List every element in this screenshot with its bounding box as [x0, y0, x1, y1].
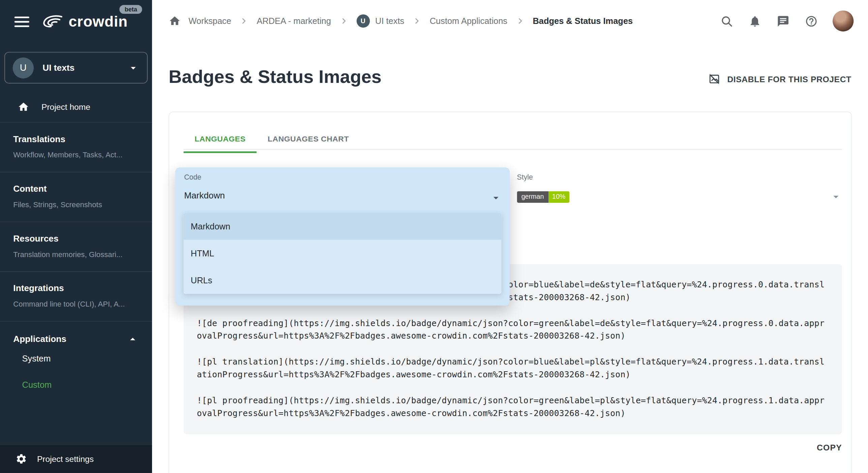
style-select[interactable]: german 10%	[517, 188, 842, 206]
sidebar-item-applications[interactable]: Applications	[13, 333, 139, 345]
code-line: ![pl translation](https://img.shields.io…	[197, 356, 829, 381]
breadcrumb-project-avatar: U	[356, 14, 369, 28]
code-select-menu: Markdown HTML URLs	[184, 213, 502, 294]
code-line: ![pl proofreading](https://img.shields.i…	[197, 395, 829, 420]
hamburger-menu-icon[interactable]	[14, 16, 29, 27]
breadcrumb-item-current: Badges & Status Images	[533, 16, 633, 26]
menu-option-markdown[interactable]: Markdown	[184, 213, 502, 240]
status-badge-preview: german 10%	[517, 191, 569, 202]
breadcrumb-label: UI texts	[375, 16, 404, 26]
chevron-down-icon	[830, 191, 842, 203]
menu-option-urls[interactable]: URLs	[184, 267, 502, 294]
page-title: Badges & Status Images	[169, 66, 382, 87]
section-subtitle: Command line tool (CLI), API, A...	[13, 300, 139, 309]
topbar: Workspace ARDEA - marketing U UI texts C…	[152, 0, 868, 42]
home-icon	[18, 101, 29, 112]
style-select-label: Style	[517, 173, 533, 181]
sidebar-item-custom[interactable]: Custom	[13, 372, 139, 399]
disable-for-project-button[interactable]: DISABLE FOR THIS PROJECT	[709, 73, 851, 85]
sidebar-item-system[interactable]: System	[13, 345, 139, 372]
badge-label-segment: german	[517, 191, 548, 202]
breadcrumb-home-icon[interactable]	[169, 15, 181, 27]
section-title: Applications	[13, 334, 66, 344]
sidebar-item-project-settings[interactable]: Project settings	[0, 444, 152, 473]
messages-chat-icon[interactable]	[776, 14, 789, 28]
chevron-right-icon	[239, 16, 249, 26]
beta-badge: beta	[120, 5, 142, 14]
crowdin-logo[interactable]: crowdin	[40, 13, 128, 30]
search-icon[interactable]	[720, 14, 733, 28]
crowdin-logo-icon	[40, 14, 64, 29]
code-line: ![de proofreading](https://img.shields.i…	[197, 317, 829, 342]
section-title: Content	[13, 184, 139, 194]
help-icon[interactable]	[804, 14, 817, 28]
sidebar: crowdin beta U UI texts Project home Tra…	[0, 0, 152, 473]
project-name: UI texts	[42, 63, 127, 73]
project-switcher[interactable]: U UI texts	[4, 52, 148, 83]
chevron-up-icon	[127, 333, 139, 345]
crowdin-wordmark: crowdin	[68, 13, 128, 30]
sidebar-group-applications: Applications System Custom	[0, 321, 152, 403]
project-avatar: U	[13, 57, 34, 78]
tabs-divider	[184, 149, 842, 150]
gear-icon	[16, 453, 27, 465]
section-title: Translations	[13, 134, 139, 145]
app-viewport: crowdin beta U UI texts Project home Tra…	[0, 0, 868, 473]
section-subtitle: Workflow, Members, Tasks, Act...	[13, 151, 139, 159]
notifications-bell-icon[interactable]	[748, 14, 761, 28]
sidebar-header: crowdin beta	[0, 0, 152, 43]
breadcrumb: Workspace ARDEA - marketing U UI texts C…	[169, 14, 720, 28]
code-format-select-open[interactable]: Code Markdown Markdown HTML URLs	[175, 167, 510, 306]
image-off-icon	[709, 73, 721, 85]
breadcrumb-item-custom-applications[interactable]: Custom Applications	[430, 16, 507, 26]
section-subtitle: Translation memories, Glossari...	[13, 250, 139, 259]
breadcrumb-item-project[interactable]: ARDEA - marketing	[257, 16, 331, 26]
breadcrumb-item-workspace[interactable]: Workspace	[188, 16, 231, 26]
section-subtitle: Files, Strings, Screenshots	[13, 200, 139, 209]
topbar-actions	[720, 10, 854, 31]
chevron-down-icon	[127, 62, 139, 74]
sidebar-item-label: Project home	[41, 102, 90, 112]
code-select-value: Markdown	[184, 191, 225, 201]
menu-option-html[interactable]: HTML	[184, 240, 502, 267]
breadcrumb-item-ui-texts[interactable]: U UI texts	[356, 14, 404, 28]
section-title: Resources	[13, 234, 139, 244]
chevron-right-icon	[412, 16, 422, 26]
chevron-right-icon	[339, 16, 349, 26]
sidebar-item-translations[interactable]: Translations Workflow, Members, Tasks, A…	[0, 122, 152, 172]
chevron-right-icon	[515, 16, 525, 26]
chevron-down-icon	[490, 192, 502, 204]
sidebar-item-content[interactable]: Content Files, Strings, Screenshots	[0, 172, 152, 222]
sidebar-item-project-home[interactable]: Project home	[0, 91, 152, 122]
badge-value-segment: 10%	[548, 191, 569, 202]
copy-button[interactable]: COPY	[817, 443, 842, 452]
main-content: Badges & Status Images DISABLE FOR THIS …	[152, 42, 868, 473]
section-title: Integrations	[13, 283, 139, 293]
sidebar-item-integrations[interactable]: Integrations Command line tool (CLI), AP…	[0, 271, 152, 321]
sidebar-item-label: Project settings	[37, 454, 94, 464]
disable-button-label: DISABLE FOR THIS PROJECT	[727, 74, 851, 84]
sidebar-item-resources[interactable]: Resources Translation memories, Glossari…	[0, 222, 152, 272]
user-avatar[interactable]	[833, 10, 854, 31]
code-select-label: Code	[184, 173, 201, 181]
